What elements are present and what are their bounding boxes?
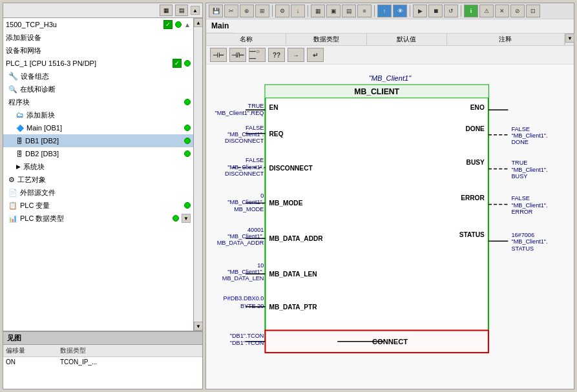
scroll-up[interactable]: ▲ bbox=[194, 18, 202, 27]
left-toolbar-btn2[interactable]: ▤ bbox=[175, 5, 188, 16]
main-label: Main bbox=[206, 19, 234, 33]
tree-item-online-diag[interactable]: 🔍 在线和诊断 bbox=[3, 83, 193, 96]
tree-item-external-sources[interactable]: 📄 外部源文件 bbox=[3, 186, 193, 199]
tree-item-system-blocks[interactable]: ▶ 系统块 bbox=[3, 160, 193, 173]
mbdataaddr-val2: "MB_Client1". bbox=[227, 233, 264, 240]
left-bottom-cols: 偏移量 数据类型 bbox=[3, 345, 202, 357]
col-comment: 注释 bbox=[447, 34, 565, 45]
tech-icon: ⚙ bbox=[8, 176, 15, 184]
tb-info[interactable]: i bbox=[464, 5, 478, 17]
status-dot-plcvars bbox=[184, 202, 191, 209]
tb-monitor[interactable]: 👁 bbox=[393, 5, 407, 17]
item-label: 1500_TCP_H3u bbox=[6, 21, 57, 28]
tree-item-db2[interactable]: 🗄 DB2 [DB3] bbox=[3, 147, 193, 160]
lad-open[interactable]: ↵ bbox=[307, 48, 324, 62]
busy-val1: TRUE bbox=[511, 160, 527, 166]
tree-item-plc1[interactable]: PLC_1 [CPU 1516-3 PN/DP] ✓ bbox=[3, 57, 193, 70]
left-scrollbar[interactable]: ▲ ▼ bbox=[193, 18, 202, 331]
left-bottom-title: 见图 bbox=[3, 332, 202, 345]
left-tree-row: 1500_TCP_H3u ✓ ▲ 添加新设备 设备和网络 PLC_1 [CPU … bbox=[3, 18, 202, 331]
right-toolbar: 💾 ✂ ⊕ ⊞ ⚙ ↓ ▦ ▣ ▤ ≡ ↑ 👁 ▶ ⏹ ↺ i ⚠ ✕ ⊘ ⊡ bbox=[206, 3, 574, 19]
lad-coil[interactable]: —○— bbox=[249, 48, 266, 62]
tb-warn[interactable]: ⚠ bbox=[479, 5, 494, 17]
tree-item-tech-objects[interactable]: ⚙ 工艺对象 bbox=[3, 173, 193, 186]
mbmode-val1: 0 bbox=[260, 192, 264, 199]
mbdataptr-name: MB_DATA_PTR bbox=[269, 304, 318, 311]
tb-table[interactable]: ▦ bbox=[311, 5, 325, 17]
tree-items-container: 1500_TCP_H3u ✓ ▲ 添加新设备 设备和网络 PLC_1 [CPU … bbox=[3, 18, 193, 331]
connect-pin-label: CONNECT bbox=[372, 338, 408, 346]
main-ob1-label: Main [OB1] bbox=[26, 124, 62, 132]
scroll-track[interactable] bbox=[194, 27, 202, 322]
status-val1: 16#7006 bbox=[511, 232, 534, 238]
mbdataptr-val1: P#DB3.DBX0.0 bbox=[224, 295, 264, 302]
tree-item-db1[interactable]: 🗄 DB1 [DB2] bbox=[3, 134, 193, 147]
mb-title-text: MB_CLIENT bbox=[354, 87, 399, 96]
ladder-toolbar: ⊣⊢ ⊣/⊢ —○— ?? → ↵ bbox=[206, 46, 574, 65]
db2-label: DB2 [DB3] bbox=[25, 150, 59, 158]
plc-vars-icon: 📋 bbox=[8, 201, 17, 210]
tree-item-plc-vars[interactable]: 📋 PLC 变量 bbox=[3, 199, 193, 212]
plc-datatypes-label: PLC 数据类型 bbox=[20, 214, 64, 223]
tb-misc1[interactable]: ⊘ bbox=[510, 5, 525, 17]
tb-view1[interactable]: ▣ bbox=[326, 5, 341, 17]
col-type: 数据类型 bbox=[286, 34, 366, 45]
tree-item-1500tcp[interactable]: 1500_TCP_H3u ✓ ▲ bbox=[3, 18, 193, 31]
tb-view3[interactable]: ≡ bbox=[357, 5, 372, 17]
tb-download[interactable]: ↓ bbox=[291, 5, 305, 17]
db1-icon: 🗄 bbox=[16, 138, 23, 145]
disc-val3: DISCONNECT bbox=[225, 170, 264, 177]
done-val2: "MB_Client1". bbox=[511, 132, 547, 139]
scroll-right[interactable]: ▼ bbox=[182, 214, 191, 223]
tb-save[interactable]: 💾 bbox=[209, 5, 223, 17]
tree-item-plc-datatypes[interactable]: 📊 PLC 数据类型 ▼ bbox=[3, 212, 193, 225]
mbdataaddr-val1: 40001 bbox=[247, 227, 264, 233]
tree-item-device-config[interactable]: 🔧 设备组态 bbox=[3, 70, 193, 83]
lad-hline[interactable]: → bbox=[288, 48, 304, 62]
sep5 bbox=[461, 5, 461, 17]
tb-stop[interactable]: ⏹ bbox=[428, 5, 443, 17]
tb-view2[interactable]: ▤ bbox=[342, 5, 356, 17]
tb-reset[interactable]: ↺ bbox=[444, 5, 458, 17]
tree-item-program-blocks[interactable]: 程序块 bbox=[3, 96, 193, 108]
tb-cut[interactable]: ✂ bbox=[224, 5, 238, 17]
err-val1: FALSE bbox=[511, 195, 529, 201]
program-blocks-label: 程序块 bbox=[8, 98, 30, 107]
col-name: 名称 bbox=[206, 34, 286, 45]
plc-dt-icon: 📊 bbox=[8, 214, 17, 223]
mbdatalen-val3: MB_DATA_LEN bbox=[222, 275, 264, 282]
scroll-down[interactable]: ▼ bbox=[194, 322, 202, 331]
add-block-icon: 🗂 bbox=[16, 110, 24, 119]
tb-err[interactable]: ✕ bbox=[495, 5, 509, 17]
tb-misc2[interactable]: ⊡ bbox=[526, 5, 540, 17]
cols-scroll[interactable]: ▼ bbox=[565, 34, 574, 43]
tree-item-add-device[interactable]: 添加新设备 bbox=[3, 31, 193, 44]
tree-item-add-block[interactable]: 🗂 添加新块 bbox=[3, 108, 193, 121]
device-config-icon: 🔧 bbox=[8, 72, 18, 81]
cols-header: 名称 数据类型 默认值 注释 ▼ bbox=[206, 34, 574, 46]
lad-no[interactable]: ⊣/⊢ bbox=[229, 48, 246, 62]
mbmode-val2: "MB_Client1". bbox=[227, 199, 264, 205]
left-toolbar-btn1[interactable]: ▦ bbox=[160, 5, 173, 16]
tb-paste[interactable]: ⊞ bbox=[255, 5, 269, 17]
scroll-up-btn[interactable]: ▲ bbox=[191, 6, 200, 15]
eno-name: ENO bbox=[470, 104, 485, 111]
tree-item-main-ob1[interactable]: 🔷 Main [OB1] bbox=[3, 121, 193, 134]
tree-item-device-network[interactable]: 设备和网络 bbox=[3, 44, 193, 57]
right-panel: 💾 ✂ ⊕ ⊞ ⚙ ↓ ▦ ▣ ▤ ≡ ↑ 👁 ▶ ⏹ ↺ i ⚠ ✕ ⊘ ⊡ bbox=[205, 3, 574, 389]
tb-compile[interactable]: ⚙ bbox=[275, 5, 289, 17]
mbdataaddr-val3: MB_DATA_ADDR bbox=[217, 240, 264, 246]
tb-upload[interactable]: ↑ bbox=[377, 5, 392, 17]
row-type: TCON_IP_... bbox=[60, 358, 97, 366]
device-network-label: 设备和网络 bbox=[6, 46, 41, 56]
en-name: EN bbox=[269, 104, 278, 111]
tb-start[interactable]: ▶ bbox=[413, 5, 427, 17]
lad-nc[interactable]: ⊣⊢ bbox=[210, 48, 227, 62]
check-icon-2: ✓ bbox=[173, 59, 182, 68]
lad-box[interactable]: ?? bbox=[268, 48, 285, 62]
col2-header: 数据类型 bbox=[60, 346, 86, 355]
sep1 bbox=[272, 5, 273, 17]
done-val3: DONE bbox=[511, 139, 528, 145]
mb-block-rect bbox=[265, 85, 488, 341]
tb-copy[interactable]: ⊕ bbox=[240, 5, 254, 17]
